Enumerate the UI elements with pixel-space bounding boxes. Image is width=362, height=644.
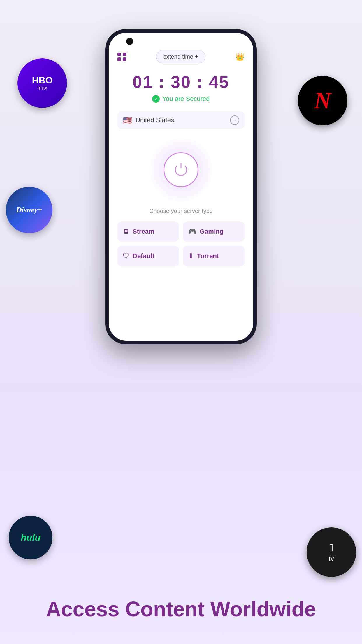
gaming-button[interactable]: 🎮 Gaming xyxy=(183,221,245,242)
disney-plus-logo: Disney+ xyxy=(6,187,52,233)
camera-notch xyxy=(126,38,133,45)
stream-label: Stream xyxy=(133,228,154,235)
disney-text: Disney+ xyxy=(16,206,42,214)
default-button[interactable]: 🛡 Default xyxy=(117,246,179,266)
server-type-grid: 🖥 Stream 🎮 Gaming 🛡 Default ⬇ xyxy=(117,221,245,266)
headline: Access Content Worldwide xyxy=(0,598,362,621)
phone-screen: extend time + 👑 01 : 30 : 45 ✓ You are S… xyxy=(109,33,253,341)
extend-time-button[interactable]: extend time + xyxy=(156,50,206,63)
torrent-icon: ⬇ xyxy=(188,252,194,260)
phone: extend time + 👑 01 : 30 : 45 ✓ You are S… xyxy=(105,29,257,344)
secured-text: You are Secured xyxy=(162,95,210,103)
hbo-text: HBO xyxy=(32,76,52,85)
hulu-logo: hulu xyxy=(9,516,52,559)
phone-outer: extend time + 👑 01 : 30 : 45 ✓ You are S… xyxy=(105,29,257,344)
choose-server-text: Choose your server type xyxy=(149,208,213,214)
hulu-text: hulu xyxy=(21,532,41,543)
country-flag: 🇺🇸 xyxy=(123,116,132,125)
default-label: Default xyxy=(133,252,154,260)
torrent-button[interactable]: ⬇ Torrent xyxy=(183,246,245,266)
power-button-area xyxy=(149,138,213,202)
stream-button[interactable]: 🖥 Stream xyxy=(117,221,179,242)
apple-tv-logo:  tv xyxy=(307,527,356,577)
torrent-label: Torrent xyxy=(197,252,219,260)
power-icon xyxy=(174,162,188,177)
country-arrow-icon: → xyxy=(230,116,239,125)
netflix-letter: N xyxy=(314,88,331,114)
countdown-timer: 01 : 30 : 45 xyxy=(133,72,230,92)
country-name: United States xyxy=(136,116,174,124)
stream-icon: 🖥 xyxy=(123,228,129,235)
default-icon: 🛡 xyxy=(123,252,129,260)
country-left: 🇺🇸 United States xyxy=(123,116,174,125)
scene: HBO max N Disney+ hulu  tv xyxy=(0,0,362,644)
check-icon: ✓ xyxy=(152,95,160,103)
menu-grid-icon[interactable] xyxy=(117,52,126,61)
apple-tv-text: tv xyxy=(328,555,334,563)
gaming-icon: 🎮 xyxy=(188,228,196,235)
top-bar: extend time + 👑 xyxy=(117,50,245,63)
secured-badge: ✓ You are Secured xyxy=(152,95,210,103)
hbo-max-text: max xyxy=(37,85,47,91)
country-selector[interactable]: 🇺🇸 United States → xyxy=(117,111,245,129)
gaming-label: Gaming xyxy=(200,228,224,235)
apple-icon:  xyxy=(329,542,333,554)
hbo-max-logo: HBO max xyxy=(17,58,67,108)
netflix-logo: N xyxy=(298,76,347,125)
power-button[interactable] xyxy=(164,152,198,187)
crown-icon[interactable]: 👑 xyxy=(235,52,245,61)
app-content: extend time + 👑 01 : 30 : 45 ✓ You are S… xyxy=(109,33,253,341)
